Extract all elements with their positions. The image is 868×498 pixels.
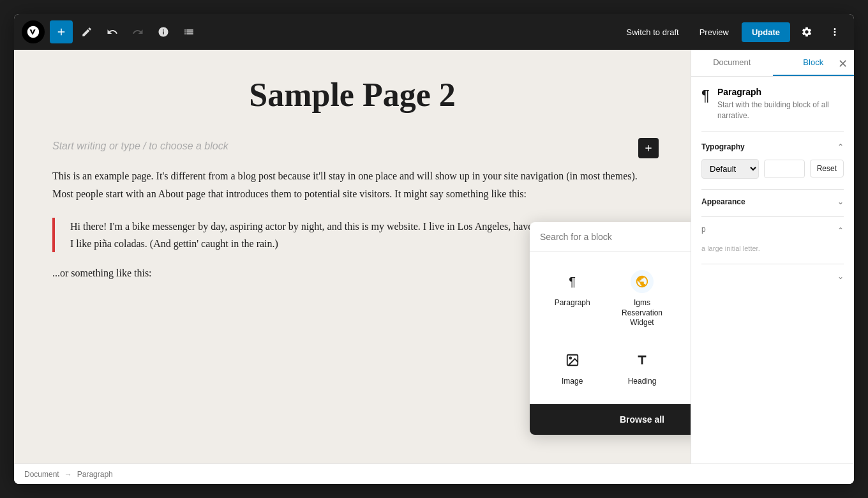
drop-cap-header: p ⌃: [701, 225, 844, 236]
paragraph-block-icon: ¶: [701, 87, 710, 105]
undo-button[interactable]: [101, 20, 124, 43]
blocks-grid: ¶ Paragraph Igms Reservation Widget Gr: [530, 252, 691, 404]
preview-button[interactable]: Preview: [692, 24, 737, 41]
block-item-image[interactable]: Image: [540, 341, 604, 395]
block-inserter-popup: ¶ Paragraph Igms Reservation Widget Gr: [530, 222, 691, 435]
page-title: Sample Page 2: [52, 75, 652, 115]
drop-cap-desc: a large initial letter.: [701, 244, 844, 253]
typography-section-header: Typography ⌃: [701, 142, 844, 151]
block-item-paragraph[interactable]: ¶ Paragraph: [540, 262, 604, 336]
drop-cap-label: p: [701, 225, 706, 234]
breadcrumb-document[interactable]: Document: [24, 470, 59, 479]
font-size-input[interactable]: [764, 160, 805, 178]
igms-icon: [631, 270, 654, 293]
drop-cap-toggle[interactable]: ⌃: [837, 226, 844, 235]
settings-button[interactable]: [795, 20, 818, 43]
block-info-name: Paragraph: [717, 87, 844, 97]
drop-cap-section: p ⌃ a large initial letter.: [701, 225, 844, 253]
block-item-group[interactable]: Group: [680, 262, 691, 336]
breadcrumb-arrow: →: [64, 470, 72, 479]
advanced-toggle[interactable]: ⌄: [837, 272, 844, 281]
image-icon: [561, 349, 584, 372]
add-block-button[interactable]: [50, 20, 73, 43]
block-item-heading[interactable]: Heading: [610, 341, 674, 395]
appearance-label: Appearance: [701, 197, 745, 206]
block-info-text: Paragraph Start with the building block …: [717, 87, 844, 121]
editor-area[interactable]: Sample Page 2 Start writing or type / to…: [14, 50, 691, 464]
svg-point-5: [569, 357, 571, 359]
block-item-igms[interactable]: Igms Reservation Widget: [610, 262, 674, 336]
typography-toggle[interactable]: ⌃: [837, 142, 844, 151]
block-label-paragraph: Paragraph: [555, 298, 590, 308]
block-search-input[interactable]: [540, 232, 691, 242]
edit-button[interactable]: [75, 20, 98, 43]
appearance-section: Appearance ⌄: [701, 197, 844, 206]
toolbar: Switch to draft Preview Update: [14, 14, 854, 50]
panel-tabs: Document Block ✕: [691, 50, 854, 77]
list-view-button[interactable]: [177, 20, 200, 43]
redo-button[interactable]: [126, 20, 149, 43]
toolbar-right: Switch to draft Preview Update: [618, 20, 846, 43]
breadcrumb-paragraph[interactable]: Paragraph: [77, 470, 113, 479]
info-button[interactable]: [152, 20, 175, 43]
appearance-header: Appearance ⌄: [701, 197, 844, 206]
paragraph-icon: ¶: [561, 270, 584, 293]
block-label-image: Image: [562, 377, 583, 387]
status-bar: Document → Paragraph: [14, 464, 854, 484]
block-item-gallery[interactable]: Gallery: [680, 341, 691, 395]
wp-logo[interactable]: [22, 20, 45, 43]
heading-icon: [631, 349, 654, 372]
advanced-section-header: ⌄: [701, 272, 844, 281]
more-options-button[interactable]: [823, 20, 846, 43]
main-area: Sample Page 2 Start writing or type / to…: [14, 50, 854, 464]
panel-content: ¶ Paragraph Start with the building bloc…: [691, 77, 854, 299]
block-info: ¶ Paragraph Start with the building bloc…: [701, 87, 844, 132]
placeholder-text: Start writing or type / to choose a bloc…: [52, 140, 228, 152]
font-size-row: Default Small Medium Large Reset: [701, 159, 844, 179]
reset-button[interactable]: Reset: [810, 160, 844, 177]
placeholder-block: Start writing or type / to choose a bloc…: [52, 140, 652, 152]
update-button[interactable]: Update: [742, 22, 790, 42]
block-search-box: [530, 222, 691, 252]
font-size-select[interactable]: Default Small Medium Large: [701, 159, 759, 179]
typography-label: Typography: [701, 142, 745, 151]
switch-to-draft-button[interactable]: Switch to draft: [618, 24, 686, 41]
block-label-heading: Heading: [628, 377, 657, 387]
tab-document[interactable]: Document: [691, 50, 773, 76]
block-label-igms: Igms Reservation Widget: [615, 298, 669, 328]
divider-1: [701, 189, 844, 190]
divider-3: [701, 264, 844, 264]
close-panel-button[interactable]: ✕: [831, 52, 854, 75]
appearance-toggle[interactable]: ⌄: [837, 197, 844, 206]
browse-all-button[interactable]: Browse all: [530, 404, 691, 435]
content-paragraph: This is an example page. It's different …: [52, 167, 652, 202]
divider-2: [701, 216, 844, 217]
block-info-desc: Start with the building block of all nar…: [717, 100, 844, 121]
right-panel: Document Block ✕ ¶ Paragraph Start with …: [691, 50, 854, 464]
inline-add-block-button[interactable]: [638, 138, 659, 158]
